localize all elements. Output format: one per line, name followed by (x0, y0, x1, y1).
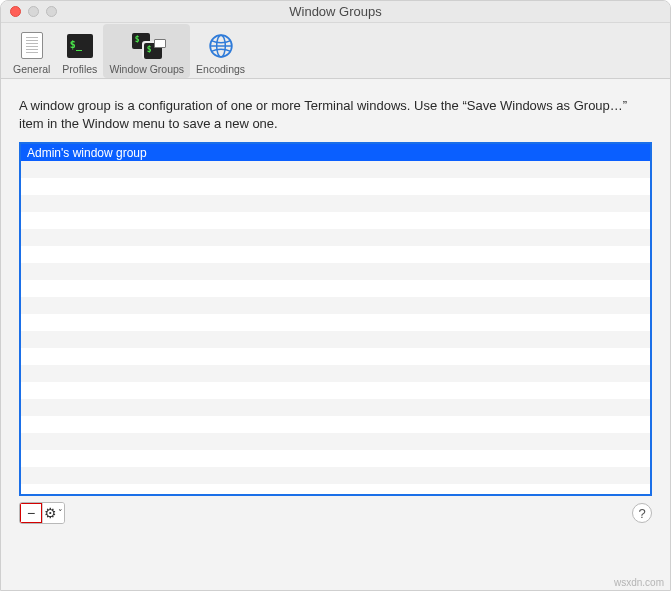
help-icon: ? (638, 506, 645, 521)
tab-window-groups[interactable]: Window Groups (103, 24, 190, 78)
preferences-window: Window Groups General Profiles Window Gr… (0, 0, 671, 591)
list-item[interactable] (21, 280, 650, 297)
tab-window-groups-label: Window Groups (109, 63, 184, 75)
list-item[interactable] (21, 331, 650, 348)
tab-profiles-label: Profiles (62, 63, 97, 75)
tab-encodings[interactable]: Encodings (190, 24, 251, 78)
list-item[interactable] (21, 467, 650, 484)
titlebar: Window Groups (1, 1, 670, 23)
minus-icon: − (27, 505, 35, 521)
list-item[interactable] (21, 297, 650, 314)
list-button-bar: − ⚙ ˅ (19, 502, 65, 524)
window-title: Window Groups (1, 4, 670, 19)
list-item[interactable] (21, 433, 650, 450)
list-item[interactable] (21, 246, 650, 263)
list-item[interactable] (21, 382, 650, 399)
help-button[interactable]: ? (632, 503, 652, 523)
list-controls: − ⚙ ˅ ? (19, 502, 652, 524)
description-text: A window group is a configuration of one… (19, 97, 652, 132)
chevron-down-icon: ˅ (58, 508, 63, 518)
watermark-text: wsxdn.com (614, 577, 664, 588)
list-item[interactable] (21, 365, 650, 382)
list-item[interactable] (21, 450, 650, 467)
list-item[interactable] (21, 314, 650, 331)
general-icon (17, 31, 47, 61)
profiles-icon (65, 31, 95, 61)
list-item[interactable] (21, 263, 650, 280)
list-item[interactable]: Admin's window group (21, 144, 650, 161)
list-item[interactable] (21, 212, 650, 229)
list-item[interactable] (21, 229, 650, 246)
gear-icon: ⚙ (44, 505, 57, 521)
list-item[interactable] (21, 178, 650, 195)
tab-encodings-label: Encodings (196, 63, 245, 75)
tab-general-label: General (13, 63, 50, 75)
list-item[interactable] (21, 399, 650, 416)
list-item[interactable] (21, 348, 650, 365)
window-groups-icon (132, 31, 162, 61)
content-area: A window group is a configuration of one… (1, 79, 670, 536)
list-item[interactable] (21, 161, 650, 178)
window-groups-list[interactable]: Admin's window group (19, 142, 652, 496)
preferences-toolbar: General Profiles Window Groups Encodings (1, 23, 670, 79)
list-item[interactable] (21, 195, 650, 212)
encodings-icon (206, 31, 236, 61)
list-item[interactable] (21, 416, 650, 433)
remove-button[interactable]: − (20, 503, 42, 523)
actions-menu-button[interactable]: ⚙ ˅ (42, 503, 64, 523)
tab-general[interactable]: General (7, 24, 56, 78)
tab-profiles[interactable]: Profiles (56, 24, 103, 78)
